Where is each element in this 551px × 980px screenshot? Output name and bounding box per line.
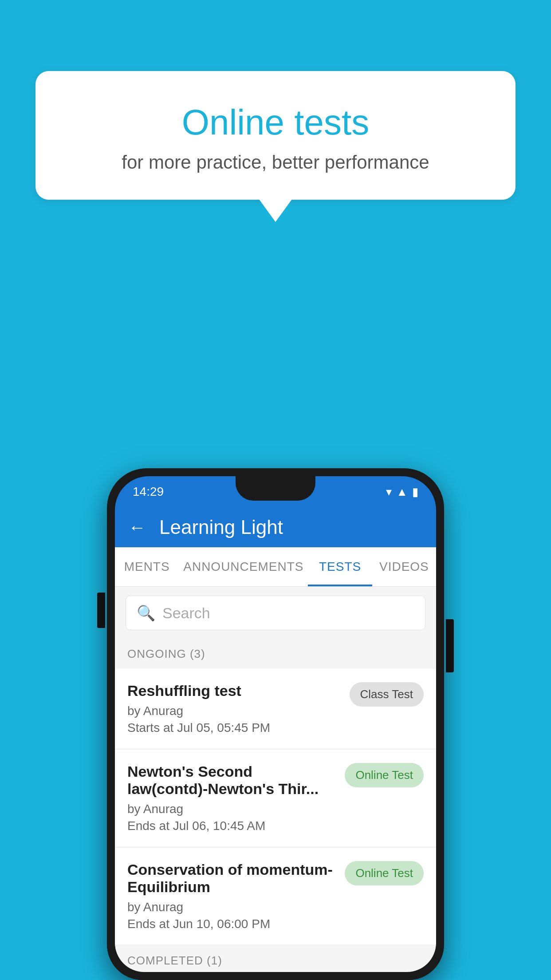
- test-info-1: Reshuffling test by Anurag Starts at Jul…: [127, 682, 350, 735]
- test-info-2: Newton's Second law(contd)-Newton's Thir…: [127, 763, 345, 833]
- tab-announcements[interactable]: ANNOUNCEMENTS: [179, 547, 308, 586]
- test-info-3: Conservation of momentum-Equilibrium by …: [127, 861, 345, 931]
- tab-ments[interactable]: MENTS: [115, 547, 179, 586]
- status-bar: 14:29 ▾ ▲ ▮: [115, 476, 436, 507]
- test-author-3: by Anurag: [127, 900, 336, 914]
- test-name-3: Conservation of momentum-Equilibrium: [127, 861, 336, 896]
- wifi-icon: ▾: [386, 485, 392, 499]
- test-time-2: Ends at Jul 06, 10:45 AM: [127, 819, 336, 833]
- phone-screen: 14:29 ▾ ▲ ▮ ← Learning Light MENTS ANNOU…: [115, 476, 436, 972]
- battery-icon: ▮: [412, 485, 418, 499]
- tabs-container: MENTS ANNOUNCEMENTS TESTS VIDEOS: [115, 547, 436, 587]
- ongoing-section-header: ONGOING (3): [115, 639, 436, 669]
- bubble-title: Online tests: [62, 102, 489, 143]
- phone-wrapper: 14:29 ▾ ▲ ▮ ← Learning Light MENTS ANNOU…: [107, 468, 444, 980]
- tab-tests[interactable]: TESTS: [308, 547, 372, 586]
- test-name-2: Newton's Second law(contd)-Newton's Thir…: [127, 763, 336, 798]
- test-time-1: Starts at Jul 05, 05:45 PM: [127, 721, 341, 735]
- search-placeholder: Search: [162, 605, 210, 622]
- test-badge-1: Class Test: [350, 682, 424, 707]
- speech-bubble: Online tests for more practice, better p…: [35, 71, 516, 200]
- speech-bubble-container: Online tests for more practice, better p…: [35, 71, 516, 200]
- phone-outer: 14:29 ▾ ▲ ▮ ← Learning Light MENTS ANNOU…: [107, 468, 444, 980]
- test-card-3[interactable]: Conservation of momentum-Equilibrium by …: [115, 848, 436, 944]
- signal-icon: ▲: [396, 485, 408, 499]
- test-badge-2: Online Test: [345, 763, 424, 787]
- test-name-1: Reshuffling test: [127, 682, 341, 699]
- status-time: 14:29: [133, 485, 164, 499]
- test-card-1[interactable]: Reshuffling test by Anurag Starts at Jul…: [115, 669, 436, 748]
- search-box[interactable]: 🔍 Search: [126, 596, 425, 630]
- completed-section-header: COMPLETED (1): [115, 946, 436, 972]
- screen-content: ONGOING (3) Reshuffling test by Anurag S…: [115, 639, 436, 972]
- test-author-2: by Anurag: [127, 802, 336, 816]
- test-badge-3: Online Test: [345, 861, 424, 885]
- test-card-2[interactable]: Newton's Second law(contd)-Newton's Thir…: [115, 750, 436, 846]
- search-icon: 🔍: [137, 604, 155, 622]
- bubble-subtitle: for more practice, better performance: [62, 152, 489, 173]
- test-author-1: by Anurag: [127, 704, 341, 718]
- app-header: ← Learning Light: [115, 507, 436, 547]
- tab-videos[interactable]: VIDEOS: [372, 547, 436, 586]
- search-container: 🔍 Search: [115, 587, 436, 639]
- app-title: Learning Light: [159, 516, 283, 538]
- test-time-3: Ends at Jun 10, 06:00 PM: [127, 917, 336, 931]
- back-button[interactable]: ←: [128, 518, 146, 537]
- status-icons: ▾ ▲ ▮: [386, 485, 418, 499]
